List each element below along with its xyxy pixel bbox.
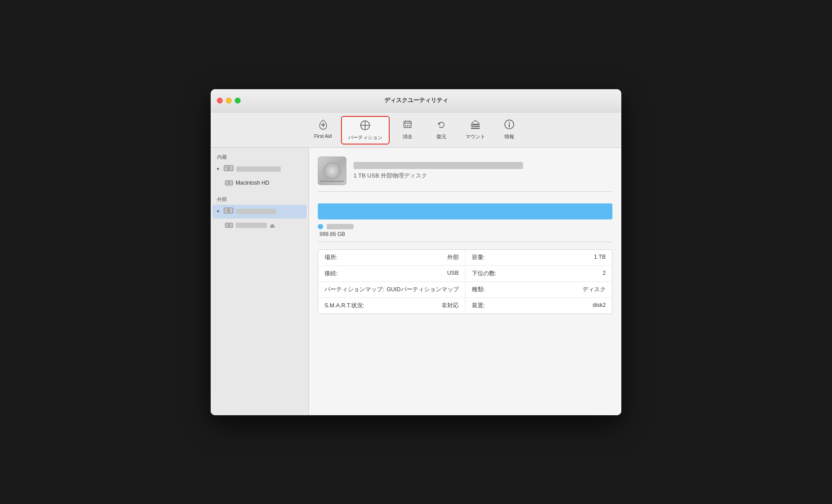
svg-point-26 xyxy=(228,210,229,211)
info-cell-child-count: 下位の数: 2 xyxy=(466,266,612,281)
info-cell-type: 種類: ディスク xyxy=(466,282,612,297)
info-label: 情報 xyxy=(504,133,514,140)
partition-size: 999.86 GB xyxy=(320,231,612,237)
value-smart: 非対応 xyxy=(441,302,459,310)
info-row-2: 接続: USB 下位の数: 2 xyxy=(318,266,612,282)
info-cell-partition-map: パーティションマップ: GUIDパーティションマップ xyxy=(318,282,466,297)
label-device: 装置: xyxy=(472,302,485,310)
external-volume-icon xyxy=(225,220,233,231)
external-disk-label xyxy=(236,209,276,214)
legend-blurred xyxy=(327,224,354,229)
restore-button[interactable]: 復元 xyxy=(425,116,458,145)
info-cell-smart: S.M.A.R.T.状況: 非対応 xyxy=(318,298,466,314)
toolbar: First Aid パーティション xyxy=(211,112,621,148)
label-type: 種類: xyxy=(472,286,485,293)
restore-icon xyxy=(436,119,447,132)
value-capacity: 1 TB xyxy=(594,254,606,261)
value-type: ディスク xyxy=(582,286,606,293)
svg-marker-10 xyxy=(472,120,479,124)
label-smart: S.M.A.R.T.状況: xyxy=(324,302,364,310)
partition-legend xyxy=(318,224,612,229)
info-cell-connection: 接続: USB xyxy=(318,266,466,281)
disk-header: 1 TB USB 外部物理ディスク xyxy=(318,157,612,192)
sidebar-item-external-disk[interactable]: ▼ xyxy=(212,205,307,219)
partition-button[interactable]: パーティション xyxy=(341,116,390,145)
disk-image xyxy=(318,157,346,185)
info-row-4: S.M.A.R.T.状況: 非対応 装置: disk2 xyxy=(318,298,612,314)
erase-button[interactable]: 消去 xyxy=(391,116,424,145)
value-device: disk2 xyxy=(593,302,606,310)
first-aid-icon xyxy=(317,119,329,132)
info-row-3: パーティションマップ: GUIDパーティションマップ 種類: ディスク xyxy=(318,282,612,298)
erase-label: 消去 xyxy=(403,133,412,140)
expand-arrow-external: ▼ xyxy=(216,209,220,214)
disk-subtitle: 1 TB USB 外部物理ディスク xyxy=(354,172,612,180)
sidebar-section-external: 外部 xyxy=(211,194,308,205)
svg-point-19 xyxy=(228,167,229,169)
detail-panel: 1 TB USB 外部物理ディスク 999.86 GB 場所: 外部 xyxy=(309,148,621,415)
label-partition-map: パーティションマップ: xyxy=(324,286,384,293)
eject-icon[interactable]: ⏏ xyxy=(270,222,275,229)
info-button[interactable]: 情報 xyxy=(493,116,525,145)
sidebar-section-internal: 内蔵 xyxy=(211,151,308,162)
sidebar-item-external-volume[interactable]: ⏏ xyxy=(212,219,307,232)
macintosh-hd-label: Macintosh HD xyxy=(236,180,303,186)
expand-arrow-internal: ▼ xyxy=(216,167,220,171)
label-child-count: 下位の数: xyxy=(472,270,496,277)
erase-icon xyxy=(402,119,413,132)
sidebar-item-macintosh-hd[interactable]: Macintosh HD xyxy=(212,176,307,190)
external-volume-label xyxy=(236,223,267,228)
external-disk-icon xyxy=(224,207,233,217)
window-title: ディスクユーティリティ xyxy=(384,96,448,104)
partition-icon xyxy=(359,120,371,133)
info-cell-capacity: 容量: 1 TB xyxy=(466,250,612,265)
first-aid-label: First Aid xyxy=(314,133,332,139)
svg-point-23 xyxy=(229,182,229,183)
first-aid-button[interactable]: First Aid xyxy=(307,116,339,145)
traffic-lights xyxy=(217,98,241,103)
svg-point-16 xyxy=(508,122,509,123)
restore-label: 復元 xyxy=(437,133,446,140)
info-cell-location: 場所: 外部 xyxy=(318,250,466,265)
value-child-count: 2 xyxy=(603,270,606,277)
info-cell-device: 装置: disk2 xyxy=(466,298,612,314)
info-table: 場所: 外部 容量: 1 TB 接続: USB 下位の数: xyxy=(318,249,612,314)
info-row-1: 場所: 外部 容量: 1 TB xyxy=(318,250,612,266)
label-capacity: 容量: xyxy=(472,254,485,261)
label-connection: 接続: xyxy=(324,270,337,277)
label-location: 場所: xyxy=(324,254,337,261)
minimize-button[interactable] xyxy=(226,98,232,103)
sidebar: 内蔵 ▼ xyxy=(211,148,309,415)
mount-button[interactable]: マウント xyxy=(459,116,491,145)
macintosh-hd-icon xyxy=(225,178,233,188)
partition-label: パーティション xyxy=(348,134,383,141)
partition-area: 999.86 GB xyxy=(318,199,612,242)
svg-point-30 xyxy=(229,225,229,226)
mount-label: マウント xyxy=(466,133,485,140)
partition-bar xyxy=(318,203,612,219)
info-icon xyxy=(503,119,515,132)
value-connection: USB xyxy=(447,270,459,277)
internal-disk-label xyxy=(236,166,281,172)
maximize-button[interactable] xyxy=(235,98,241,103)
disk-header-info: 1 TB USB 外部物理ディスク xyxy=(354,162,612,180)
legend-dot xyxy=(318,224,323,229)
close-button[interactable] xyxy=(217,98,223,103)
disk-name-blurred xyxy=(354,162,523,169)
mount-icon xyxy=(470,119,481,132)
disk-utility-window: ディスクユーティリティ First Aid パーティション xyxy=(211,89,621,415)
value-location: 外部 xyxy=(447,254,459,261)
main-content: 内蔵 ▼ xyxy=(211,148,621,415)
sidebar-item-internal-disk[interactable]: ▼ xyxy=(212,162,307,176)
internal-disk-icon xyxy=(224,164,233,174)
value-partition-map: GUIDパーティションマップ xyxy=(387,286,458,293)
title-bar: ディスクユーティリティ xyxy=(211,89,621,112)
